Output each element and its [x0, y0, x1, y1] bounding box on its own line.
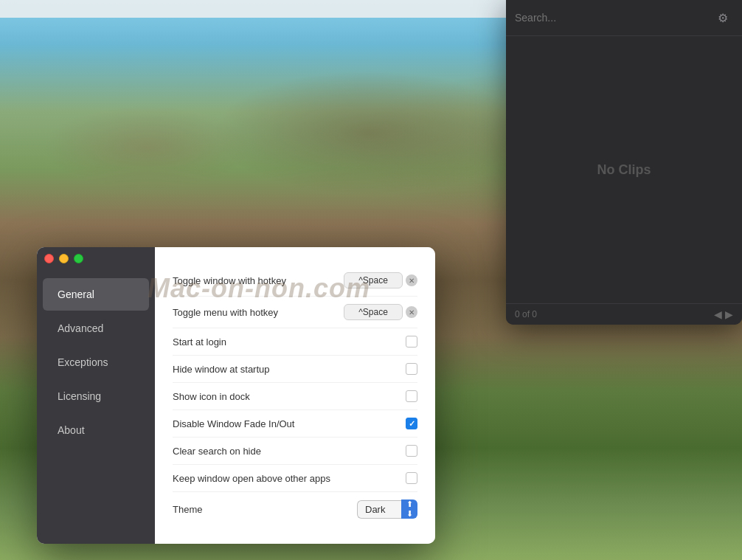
- keep-window-label: Keep window open above other apps: [173, 473, 330, 484]
- clip-counter: 0 of 0: [515, 309, 537, 319]
- toggle-menu-control: ^Space ✕: [344, 304, 417, 320]
- setting-toggle-menu-hotkey: Toggle menu with hotkey ^Space ✕: [173, 297, 417, 328]
- settings-sidebar: General Advanced Exceptions Licensing Ab…: [37, 247, 155, 544]
- clear-search-label: Clear search on hide: [173, 446, 261, 457]
- toggle-window-hotkey-pill[interactable]: ^Space: [344, 272, 403, 288]
- setting-clear-search: Clear search on hide: [173, 438, 417, 465]
- theme-label: Theme: [173, 504, 202, 515]
- theme-select-wrapper: Light Dark Auto ⬆⬇: [357, 499, 417, 519]
- gear-icon[interactable]: ⚙: [712, 7, 733, 28]
- toggle-window-label: Toggle window with hotkey: [173, 275, 286, 286]
- panel-footer: 0 of 0 ◀ ▶: [506, 303, 742, 325]
- clipboard-panel: ⚙ No Clips 0 of 0 ◀ ▶: [506, 0, 742, 325]
- sidebar-item-general[interactable]: General: [43, 278, 149, 311]
- close-button[interactable]: [44, 254, 54, 263]
- theme-select[interactable]: Light Dark Auto: [357, 500, 401, 519]
- start-login-checkbox[interactable]: [406, 336, 417, 348]
- sidebar-item-exceptions[interactable]: Exceptions: [43, 346, 149, 378]
- no-clips-area: No Clips: [506, 36, 742, 303]
- settings-window: General Advanced Exceptions Licensing Ab…: [37, 247, 435, 544]
- search-input[interactable]: [515, 12, 712, 24]
- keep-window-checkbox[interactable]: [406, 472, 417, 484]
- settings-content: Toggle window with hotkey ^Space ✕ Toggl…: [155, 247, 435, 544]
- maximize-button[interactable]: [74, 254, 83, 263]
- setting-start-login: Start at login: [173, 328, 417, 356]
- theme-select-arrow-icon: ⬆⬇: [401, 499, 417, 519]
- hide-startup-label: Hide window at startup: [173, 364, 270, 375]
- navigation-arrows: ◀ ▶: [714, 308, 733, 320]
- sidebar-item-advanced[interactable]: Advanced: [43, 312, 149, 345]
- show-dock-label: Show icon in dock: [173, 391, 250, 402]
- setting-toggle-window-hotkey: Toggle window with hotkey ^Space ✕: [173, 265, 417, 297]
- setting-hide-startup: Hide window at startup: [173, 356, 417, 383]
- toggle-menu-clear-button[interactable]: ✕: [406, 306, 417, 318]
- sidebar-item-licensing[interactable]: Licensing: [43, 380, 149, 412]
- start-login-label: Start at login: [173, 336, 226, 348]
- setting-keep-window: Keep window open above other apps: [173, 465, 417, 492]
- search-bar: ⚙: [506, 0, 742, 36]
- show-dock-checkbox[interactable]: [406, 390, 417, 402]
- setting-disable-fade: Disable Window Fade In/Out: [173, 410, 417, 438]
- window-traffic-lights: [44, 254, 83, 263]
- minimize-button[interactable]: [59, 254, 69, 263]
- disable-fade-label: Disable Window Fade In/Out: [173, 418, 294, 429]
- toggle-window-control: ^Space ✕: [344, 272, 417, 288]
- disable-fade-checkbox[interactable]: [406, 418, 417, 429]
- setting-show-dock: Show icon in dock: [173, 383, 417, 410]
- toggle-menu-label: Toggle menu with hotkey: [173, 307, 278, 318]
- hide-startup-checkbox[interactable]: [406, 363, 417, 375]
- arrow-left-icon[interactable]: ◀: [714, 308, 722, 320]
- no-clips-label: No Clips: [597, 162, 651, 178]
- sidebar-item-about[interactable]: About: [43, 414, 149, 446]
- toggle-window-clear-button[interactable]: ✕: [406, 274, 417, 286]
- clear-search-checkbox[interactable]: [406, 445, 417, 457]
- toggle-menu-hotkey-pill[interactable]: ^Space: [344, 304, 403, 320]
- arrow-right-icon[interactable]: ▶: [725, 308, 733, 320]
- setting-theme: Theme Light Dark Auto ⬆⬇: [173, 492, 417, 526]
